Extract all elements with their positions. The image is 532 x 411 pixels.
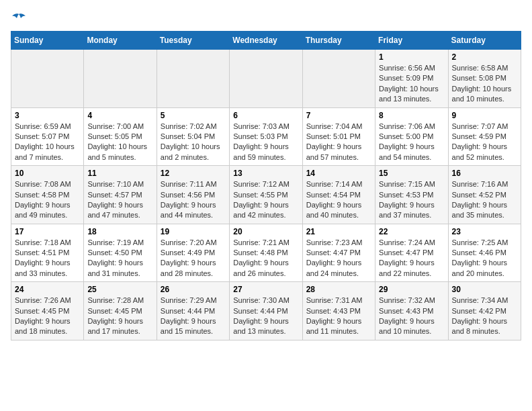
day-info: Sunrise: 7:15 AM Sunset: 4:53 PM Dayligh… xyxy=(379,179,444,221)
day-info: Sunrise: 7:00 AM Sunset: 5:05 PM Dayligh… xyxy=(87,122,152,163)
day-number: 20 xyxy=(233,227,298,236)
calendar-cell: 8Sunrise: 7:06 AM Sunset: 5:00 PM Daylig… xyxy=(375,107,448,166)
calendar-cell: 4Sunrise: 7:00 AM Sunset: 5:05 PM Daylig… xyxy=(84,107,157,166)
calendar-cell: 2Sunrise: 6:58 AM Sunset: 5:08 PM Daylig… xyxy=(448,50,521,108)
calendar-cell xyxy=(230,50,302,108)
calendar-cell: 6Sunrise: 7:03 AM Sunset: 5:03 PM Daylig… xyxy=(230,107,302,166)
calendar-cell: 3Sunrise: 6:59 AM Sunset: 5:07 PM Daylig… xyxy=(11,107,84,166)
calendar-cell xyxy=(157,50,229,108)
day-number: 25 xyxy=(87,285,152,294)
day-info: Sunrise: 7:14 AM Sunset: 4:54 PM Dayligh… xyxy=(306,179,371,221)
day-info: Sunrise: 7:07 AM Sunset: 4:59 PM Dayligh… xyxy=(452,122,517,163)
calendar-cell: 20Sunrise: 7:21 AM Sunset: 4:48 PM Dayli… xyxy=(230,224,302,282)
day-info: Sunrise: 7:16 AM Sunset: 4:52 PM Dayligh… xyxy=(452,179,517,221)
calendar-week-1: 1Sunrise: 6:56 AM Sunset: 5:09 PM Daylig… xyxy=(11,50,521,108)
calendar-cell: 21Sunrise: 7:23 AM Sunset: 4:47 PM Dayli… xyxy=(302,224,375,282)
day-info: Sunrise: 7:10 AM Sunset: 4:57 PM Dayligh… xyxy=(87,179,152,221)
day-number: 13 xyxy=(233,169,298,178)
calendar-cell: 1Sunrise: 6:56 AM Sunset: 5:09 PM Daylig… xyxy=(375,50,448,108)
calendar-cell: 10Sunrise: 7:08 AM Sunset: 4:58 PM Dayli… xyxy=(11,166,84,224)
day-info: Sunrise: 7:29 AM Sunset: 4:44 PM Dayligh… xyxy=(161,295,226,337)
day-number: 12 xyxy=(161,169,226,178)
day-number: 22 xyxy=(379,227,444,236)
day-info: Sunrise: 6:56 AM Sunset: 5:09 PM Dayligh… xyxy=(379,63,444,105)
day-number: 4 xyxy=(87,111,152,120)
day-info: Sunrise: 7:11 AM Sunset: 4:56 PM Dayligh… xyxy=(161,179,226,221)
day-number: 10 xyxy=(15,169,80,178)
day-info: Sunrise: 7:26 AM Sunset: 4:45 PM Dayligh… xyxy=(15,295,80,337)
weekday-header-row: SundayMondayTuesdayWednesdayThursdayFrid… xyxy=(11,32,521,50)
weekday-header-saturday: Saturday xyxy=(448,32,521,50)
day-number: 24 xyxy=(15,285,80,294)
day-info: Sunrise: 7:03 AM Sunset: 5:03 PM Dayligh… xyxy=(233,122,298,163)
calendar-cell: 24Sunrise: 7:26 AM Sunset: 4:45 PM Dayli… xyxy=(11,282,84,340)
calendar-cell: 29Sunrise: 7:32 AM Sunset: 4:43 PM Dayli… xyxy=(375,282,448,340)
calendar-week-3: 10Sunrise: 7:08 AM Sunset: 4:58 PM Dayli… xyxy=(11,166,521,224)
day-number: 28 xyxy=(306,285,371,294)
calendar-cell: 22Sunrise: 7:24 AM Sunset: 4:47 PM Dayli… xyxy=(375,224,448,282)
day-number: 26 xyxy=(161,285,226,294)
calendar-cell: 7Sunrise: 7:04 AM Sunset: 5:01 PM Daylig… xyxy=(302,107,375,166)
calendar-cell: 9Sunrise: 7:07 AM Sunset: 4:59 PM Daylig… xyxy=(448,107,521,166)
day-number: 15 xyxy=(379,169,444,178)
day-number: 21 xyxy=(306,227,371,236)
calendar-cell: 25Sunrise: 7:28 AM Sunset: 4:45 PM Dayli… xyxy=(84,282,157,340)
calendar-cell: 30Sunrise: 7:34 AM Sunset: 4:42 PM Dayli… xyxy=(448,282,521,340)
day-number: 9 xyxy=(452,111,517,120)
day-info: Sunrise: 7:31 AM Sunset: 4:43 PM Dayligh… xyxy=(306,295,371,337)
calendar-header: SundayMondayTuesdayWednesdayThursdayFrid… xyxy=(11,32,521,50)
calendar-cell xyxy=(84,50,157,108)
calendar-cell: 17Sunrise: 7:18 AM Sunset: 4:51 PM Dayli… xyxy=(11,224,84,282)
day-number: 14 xyxy=(306,169,371,178)
day-number: 7 xyxy=(306,111,371,120)
day-info: Sunrise: 7:02 AM Sunset: 5:04 PM Dayligh… xyxy=(161,122,226,163)
weekday-header-wednesday: Wednesday xyxy=(230,32,302,50)
calendar-cell: 18Sunrise: 7:19 AM Sunset: 4:50 PM Dayli… xyxy=(84,224,157,282)
calendar-cell: 13Sunrise: 7:12 AM Sunset: 4:55 PM Dayli… xyxy=(230,166,302,224)
weekday-header-sunday: Sunday xyxy=(11,32,84,50)
day-number: 8 xyxy=(379,111,444,120)
weekday-header-thursday: Thursday xyxy=(302,32,375,50)
weekday-header-tuesday: Tuesday xyxy=(157,32,229,50)
calendar-body: 1Sunrise: 6:56 AM Sunset: 5:09 PM Daylig… xyxy=(11,50,521,340)
day-info: Sunrise: 7:06 AM Sunset: 5:00 PM Dayligh… xyxy=(379,122,444,163)
weekday-header-monday: Monday xyxy=(84,32,157,50)
day-number: 18 xyxy=(87,227,152,236)
calendar-week-5: 24Sunrise: 7:26 AM Sunset: 4:45 PM Dayli… xyxy=(11,282,521,340)
day-info: Sunrise: 7:20 AM Sunset: 4:49 PM Dayligh… xyxy=(161,238,226,279)
day-number: 2 xyxy=(452,52,517,62)
day-number: 29 xyxy=(379,285,444,294)
day-info: Sunrise: 7:21 AM Sunset: 4:48 PM Dayligh… xyxy=(233,238,298,279)
logo xyxy=(11,11,26,26)
day-number: 30 xyxy=(452,285,517,294)
page-header xyxy=(11,11,521,26)
calendar-week-4: 17Sunrise: 7:18 AM Sunset: 4:51 PM Dayli… xyxy=(11,224,521,282)
day-number: 17 xyxy=(15,227,80,236)
day-info: Sunrise: 7:25 AM Sunset: 4:46 PM Dayligh… xyxy=(452,238,517,279)
calendar-cell: 14Sunrise: 7:14 AM Sunset: 4:54 PM Dayli… xyxy=(302,166,375,224)
calendar-week-2: 3Sunrise: 6:59 AM Sunset: 5:07 PM Daylig… xyxy=(11,107,521,166)
calendar-cell xyxy=(302,50,375,108)
day-info: Sunrise: 7:28 AM Sunset: 4:45 PM Dayligh… xyxy=(87,295,152,337)
day-info: Sunrise: 7:24 AM Sunset: 4:47 PM Dayligh… xyxy=(379,238,444,279)
day-number: 19 xyxy=(161,227,226,236)
day-info: Sunrise: 7:04 AM Sunset: 5:01 PM Dayligh… xyxy=(306,122,371,163)
day-number: 1 xyxy=(379,52,444,62)
day-info: Sunrise: 7:23 AM Sunset: 4:47 PM Dayligh… xyxy=(306,238,371,279)
day-info: Sunrise: 7:18 AM Sunset: 4:51 PM Dayligh… xyxy=(15,238,80,279)
calendar-cell: 12Sunrise: 7:11 AM Sunset: 4:56 PM Dayli… xyxy=(157,166,229,224)
day-info: Sunrise: 7:32 AM Sunset: 4:43 PM Dayligh… xyxy=(379,295,444,337)
day-number: 11 xyxy=(87,169,152,178)
weekday-header-friday: Friday xyxy=(375,32,448,50)
day-info: Sunrise: 7:12 AM Sunset: 4:55 PM Dayligh… xyxy=(233,179,298,221)
day-info: Sunrise: 6:58 AM Sunset: 5:08 PM Dayligh… xyxy=(452,63,517,105)
day-info: Sunrise: 7:30 AM Sunset: 4:44 PM Dayligh… xyxy=(233,295,298,337)
day-number: 5 xyxy=(161,111,226,120)
calendar-cell: 11Sunrise: 7:10 AM Sunset: 4:57 PM Dayli… xyxy=(84,166,157,224)
day-number: 3 xyxy=(15,111,80,120)
calendar-cell xyxy=(11,50,84,108)
calendar-cell: 5Sunrise: 7:02 AM Sunset: 5:04 PM Daylig… xyxy=(157,107,229,166)
calendar-cell: 26Sunrise: 7:29 AM Sunset: 4:44 PM Dayli… xyxy=(157,282,229,340)
calendar-cell: 19Sunrise: 7:20 AM Sunset: 4:49 PM Dayli… xyxy=(157,224,229,282)
calendar-cell: 16Sunrise: 7:16 AM Sunset: 4:52 PM Dayli… xyxy=(448,166,521,224)
